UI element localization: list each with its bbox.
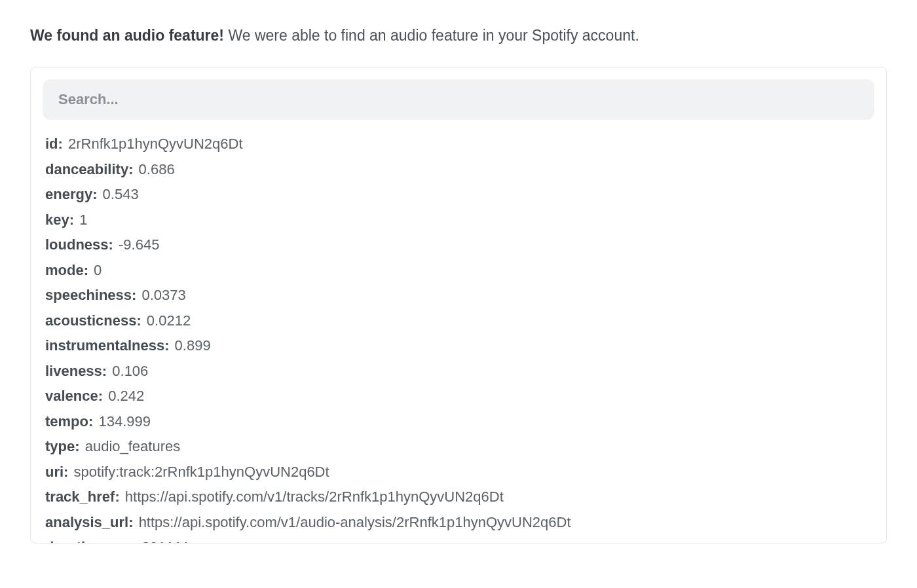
feature-row: acousticness: 0.0212 [45,308,872,334]
feature-value: 134.999 [94,413,151,430]
feature-key: uri: [45,464,68,480]
feature-row: loudness: -9.645 [45,232,872,258]
feature-key: instrumentalness: [45,337,170,354]
feature-key: valence: [45,388,103,404]
feature-value: https://api.spotify.com/v1/audio-analysi… [135,514,571,530]
feature-value: 291111 [138,539,190,543]
feature-key: acousticness: [45,312,141,329]
feature-row: uri: spotify:track:2rRnfk1p1hynQyvUN2q6D… [45,460,872,485]
feature-value: https://api.spotify.com/v1/tracks/2rRnfk… [121,488,504,505]
page-header-message: We found an audio feature! We were able … [30,25,887,46]
feature-key: speechiness: [45,287,136,303]
feature-key: loudness: [45,236,113,253]
feature-value: spotify:track:2rRnfk1p1hynQyvUN2q6Dt [69,464,329,480]
audio-feature-card: id: 2rRnfk1p1hynQyvUN2q6Dtdanceability: … [30,67,887,543]
search-input[interactable] [43,79,874,120]
feature-row: speechiness: 0.0373 [45,283,872,308]
feature-value: 0.0212 [143,312,191,329]
feature-key: mode: [45,262,88,278]
feature-key: danceability: [45,161,133,177]
feature-key: key: [45,211,74,228]
feature-key: type: [45,438,80,454]
header-bold-text: We found an audio feature! [30,27,224,44]
feature-key: analysis_url: [45,514,134,530]
feature-row: danceability: 0.686 [45,157,872,183]
feature-value: 0 [90,262,102,278]
feature-row: type: audio_features [45,434,872,460]
feature-value: 0.0373 [138,287,185,303]
feature-row: valence: 0.242 [45,384,872,409]
feature-value: audio_features [81,438,181,454]
feature-row: track_href: https://api.spotify.com/v1/t… [45,485,872,510]
feature-row: liveness: 0.106 [45,359,872,384]
feature-value: 0.106 [108,363,148,379]
feature-value: 2rRnfk1p1hynQyvUN2q6Dt [64,136,243,152]
feature-row: mode: 0 [45,258,872,284]
feature-row: energy: 0.543 [45,182,872,208]
feature-key: tempo: [45,413,93,430]
feature-key: energy: [45,186,97,202]
feature-value: 0.543 [98,186,138,202]
feature-row: duration_ms: 291111 [45,535,872,543]
feature-value: 1 [75,211,87,228]
feature-row: analysis_url: https://api.spotify.com/v1… [45,510,872,536]
feature-row: id: 2rRnfk1p1hynQyvUN2q6Dt [45,132,872,157]
feature-key: id: [45,136,63,152]
feature-value: 0.242 [104,388,144,404]
header-regular-text: We were able to find an audio feature in… [228,27,639,44]
feature-row: key: 1 [45,208,872,233]
feature-list: id: 2rRnfk1p1hynQyvUN2q6Dtdanceability: … [43,132,874,543]
feature-key: track_href: [45,488,120,505]
feature-value: 0.686 [134,161,174,177]
feature-value: 0.899 [171,337,211,354]
feature-value: -9.645 [115,236,160,253]
feature-row: instrumentalness: 0.899 [45,333,872,359]
feature-key: liveness: [45,363,107,379]
feature-row: tempo: 134.999 [45,409,872,435]
feature-key: duration_ms: [45,539,136,543]
